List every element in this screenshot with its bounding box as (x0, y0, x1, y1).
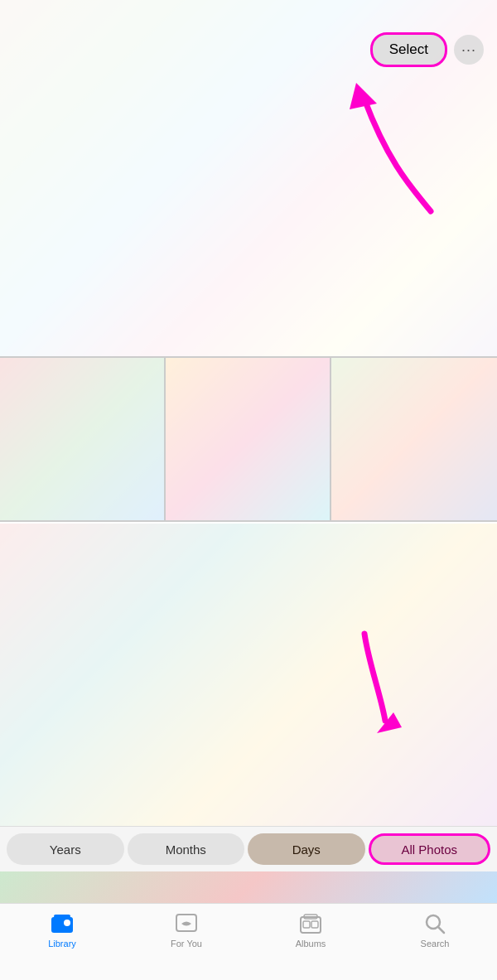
svg-rect-10 (311, 921, 318, 928)
photo-area: Select ··· (0, 0, 497, 828)
albums-label: Albums (296, 939, 326, 949)
albums-icon (298, 912, 323, 935)
tab-months[interactable]: Months (128, 833, 245, 865)
library-icon (50, 912, 75, 935)
photo-cell-1 (0, 358, 166, 520)
svg-line-12 (438, 927, 444, 933)
svg-rect-4 (53, 919, 61, 927)
svg-rect-9 (303, 921, 310, 928)
photo-row-middle (0, 356, 497, 522)
select-button[interactable]: Select (370, 32, 447, 67)
photo-bottom-overlay (0, 524, 497, 826)
photo-cell-2 (166, 358, 331, 520)
search-label: Search (421, 939, 450, 949)
nav-item-library[interactable]: Library (0, 912, 124, 949)
more-button[interactable]: ··· (454, 35, 484, 65)
tab-all-photos[interactable]: All Photos (369, 833, 491, 865)
nav-item-search[interactable]: Search (373, 912, 497, 949)
nav-item-for-you[interactable]: For You (124, 912, 248, 949)
photo-bottom (0, 524, 497, 826)
photo-cell-3 (331, 358, 497, 520)
photo-cell-3-overlay (331, 358, 497, 520)
top-navigation: Select ··· (0, 0, 497, 75)
tab-years[interactable]: Years (7, 833, 124, 865)
for-you-icon (174, 912, 199, 935)
library-label: Library (48, 939, 76, 949)
tab-days[interactable]: Days (248, 833, 365, 865)
for-you-label: For You (171, 939, 202, 949)
filter-tabs-bar: Years Months Days All Photos (0, 826, 497, 871)
photo-cell-1-overlay (0, 358, 166, 520)
bottom-navigation: Library For You Albums (0, 903, 497, 980)
svg-point-5 (64, 920, 70, 926)
search-icon (422, 912, 447, 935)
more-icon: ··· (461, 41, 476, 59)
nav-item-albums[interactable]: Albums (248, 912, 373, 949)
photo-cell-2-overlay (166, 358, 331, 520)
photo-strip-bg (0, 871, 497, 903)
svg-rect-3 (54, 915, 70, 918)
